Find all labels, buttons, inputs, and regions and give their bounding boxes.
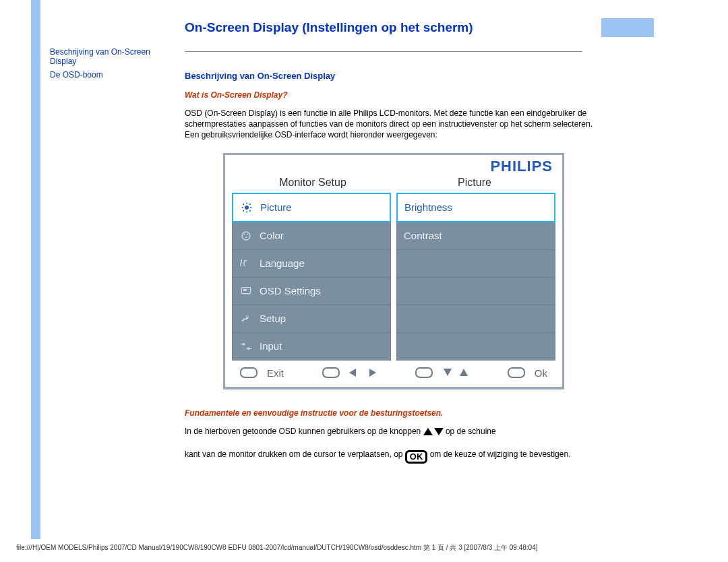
svg-line-5 bbox=[243, 204, 244, 205]
left-right-icon bbox=[349, 368, 376, 377]
screen-icon bbox=[239, 286, 253, 296]
left-stripe bbox=[31, 0, 40, 539]
osd-exit-label: Exit bbox=[267, 367, 284, 379]
osd-item-label: Brightness bbox=[404, 201, 452, 213]
osd-sub-empty bbox=[396, 305, 555, 333]
osd-item-label: Color bbox=[260, 230, 284, 241]
input-icon bbox=[239, 342, 253, 351]
osd-item-language[interactable]: Language bbox=[232, 250, 391, 278]
osd-sub-empty bbox=[396, 333, 555, 361]
instructions-p2: kant van de monitor drukken om de cursor… bbox=[185, 449, 603, 464]
page-title: On-Screen Display (Instellingen op het s… bbox=[185, 20, 603, 35]
osd-item-setup[interactable]: Setup bbox=[232, 305, 391, 333]
svg-marker-16 bbox=[369, 369, 376, 377]
osd-item-label: Input bbox=[260, 340, 282, 352]
osd-sub-brightness[interactable]: Brightness bbox=[396, 193, 555, 222]
osd-item-label: Setup bbox=[260, 313, 286, 324]
svg-point-11 bbox=[247, 233, 248, 235]
pill-icon bbox=[240, 367, 257, 378]
triangle-down-icon bbox=[434, 428, 444, 435]
svg-point-10 bbox=[244, 233, 245, 235]
osd-item-label: Language bbox=[260, 257, 305, 269]
svg-point-0 bbox=[245, 206, 249, 210]
instructions-heading: Fundamentele en eenvoudige instructie vo… bbox=[185, 408, 603, 418]
intro-paragraph: OSD (On-Screen Display) is een functie i… bbox=[185, 108, 603, 141]
philips-logo: PHILIPS bbox=[490, 158, 553, 175]
text-span: om de keuze of wijziging te bevestigen. bbox=[430, 449, 571, 459]
sidebar-link-desc[interactable]: Beschrijving van On-Screen Display bbox=[50, 47, 150, 66]
osd-exit[interactable]: Exit bbox=[240, 367, 284, 379]
osd-ok-label: Ok bbox=[535, 367, 547, 379]
osd-item-input[interactable]: Input bbox=[232, 333, 391, 361]
page-wrap: Beschrijving van On-Screen Display De OS… bbox=[0, 0, 728, 539]
text-span: op de schuine bbox=[446, 427, 496, 436]
subsection-question: Wat is On-Screen Display? bbox=[185, 90, 603, 100]
osd-item-label: OSD Settings bbox=[260, 285, 321, 296]
svg-marker-17 bbox=[444, 369, 452, 376]
sun-icon bbox=[240, 201, 253, 214]
svg-rect-14 bbox=[243, 289, 247, 291]
osd-item-osd-settings[interactable]: OSD Settings bbox=[232, 278, 391, 305]
down-up-icon bbox=[442, 368, 469, 377]
language-icon bbox=[239, 258, 253, 269]
title-underline bbox=[185, 51, 582, 52]
content: On-Screen Display (Instellingen op het s… bbox=[185, 0, 630, 539]
text-span: In de hierboven getoonde OSD kunnen gebr… bbox=[185, 427, 423, 436]
instructions-p1: In de hierboven getoonde OSD kunnen gebr… bbox=[185, 426, 603, 437]
osd-figure: PHILIPS Monitor Setup Picture Picture bbox=[223, 153, 564, 389]
wrench-icon bbox=[239, 313, 253, 325]
svg-point-9 bbox=[242, 232, 250, 240]
pill-icon bbox=[415, 367, 433, 378]
text-span: kant van de monitor drukken om de cursor… bbox=[185, 449, 405, 459]
page-footer-path: file:///H|/OEM MODELS/Philips 2007/CD Ma… bbox=[0, 539, 728, 557]
osd-header-left: Monitor Setup bbox=[232, 177, 394, 189]
osd-column-headers: Monitor Setup Picture bbox=[225, 175, 562, 193]
osd-footer: Exit Ok bbox=[225, 361, 562, 387]
ok-icon: OK bbox=[405, 450, 428, 464]
osd-logo-bar: PHILIPS bbox=[225, 155, 562, 175]
pill-icon bbox=[322, 367, 340, 378]
osd-left-panel: Picture Color Language bbox=[232, 193, 391, 361]
pill-icon bbox=[508, 367, 525, 378]
decor-block bbox=[601, 18, 654, 37]
osd-nav-updown[interactable] bbox=[415, 367, 469, 378]
section-heading: Beschrijving van On-Screen Display bbox=[185, 71, 603, 81]
osd-panels: Picture Color Language bbox=[225, 193, 562, 361]
osd-item-label: Picture bbox=[260, 201, 292, 213]
osd-sub-contrast[interactable]: Contrast bbox=[396, 222, 555, 250]
osd-nav-arrows[interactable] bbox=[322, 367, 376, 378]
osd-ok[interactable]: Ok bbox=[508, 367, 547, 379]
svg-marker-18 bbox=[460, 369, 468, 376]
palette-icon bbox=[239, 230, 253, 242]
osd-item-picture[interactable]: Picture bbox=[232, 193, 391, 222]
osd-right-panel: Brightness Contrast bbox=[396, 193, 555, 361]
osd-sub-empty bbox=[396, 250, 555, 278]
svg-line-7 bbox=[243, 210, 244, 212]
svg-point-12 bbox=[245, 237, 247, 238]
sidebar: Beschrijving van On-Screen Display De OS… bbox=[40, 0, 185, 539]
svg-line-8 bbox=[249, 204, 251, 205]
triangle-up-icon bbox=[423, 428, 433, 435]
osd-item-label: Contrast bbox=[404, 230, 442, 241]
osd-sub-empty bbox=[396, 278, 555, 305]
osd-item-color[interactable]: Color bbox=[232, 222, 391, 250]
svg-marker-15 bbox=[349, 369, 356, 377]
osd-header-right: Picture bbox=[394, 177, 555, 189]
svg-line-6 bbox=[249, 210, 251, 212]
sidebar-link-tree[interactable]: De OSD-boom bbox=[50, 70, 103, 80]
